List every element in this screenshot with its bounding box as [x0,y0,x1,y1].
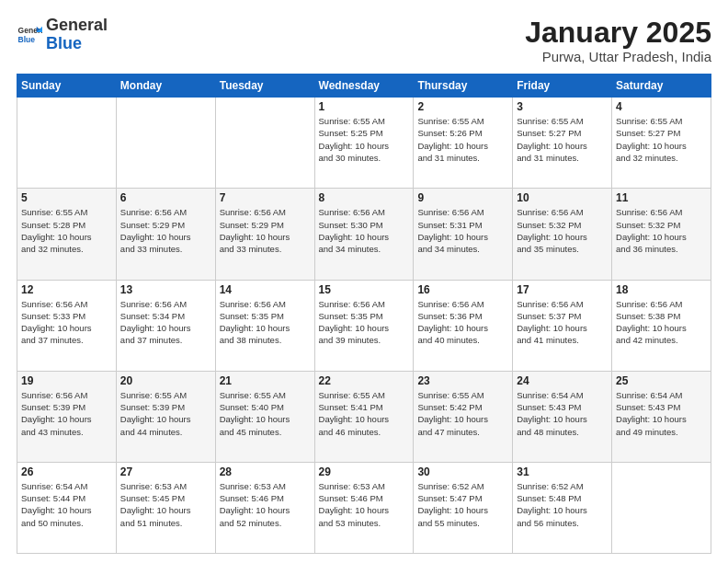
calendar-cell: 1Sunrise: 6:55 AM Sunset: 5:25 PM Daylig… [314,98,414,189]
day-info: Sunrise: 6:54 AM Sunset: 5:43 PM Dayligh… [616,389,707,438]
day-info: Sunrise: 6:55 AM Sunset: 5:42 PM Dayligh… [417,389,508,438]
page: General Blue General Blue January 2025 P… [0,0,728,563]
day-number: 25 [616,374,707,387]
calendar-cell: 24Sunrise: 6:54 AM Sunset: 5:43 PM Dayli… [513,371,612,462]
calendar-cell: 2Sunrise: 6:55 AM Sunset: 5:26 PM Daylig… [414,98,513,189]
calendar-cell [116,98,215,189]
day-number: 14 [220,283,311,296]
svg-text:Blue: Blue [18,35,36,44]
header: General Blue General Blue January 2025 P… [17,17,711,64]
day-info: Sunrise: 6:56 AM Sunset: 5:38 PM Dayligh… [616,298,707,347]
logo-general: General [46,16,108,34]
day-info: Sunrise: 6:56 AM Sunset: 5:30 PM Dayligh… [319,206,410,255]
day-number: 13 [120,283,211,296]
calendar-cell: 12Sunrise: 6:56 AM Sunset: 5:33 PM Dayli… [17,280,117,371]
day-info: Sunrise: 6:55 AM Sunset: 5:40 PM Dayligh… [220,389,311,438]
calendar-cell [612,462,711,553]
calendar-cell: 5Sunrise: 6:55 AM Sunset: 5:28 PM Daylig… [17,189,117,280]
calendar-cell: 21Sunrise: 6:55 AM Sunset: 5:40 PM Dayli… [215,371,314,462]
day-number: 4 [616,100,707,113]
weekday-header-thursday: Thursday [414,75,513,98]
weekday-header-tuesday: Tuesday [215,75,314,98]
day-number: 18 [616,283,707,296]
calendar-cell [17,98,117,189]
calendar-location: Purwa, Uttar Pradesh, India [525,49,711,64]
calendar-cell: 6Sunrise: 6:56 AM Sunset: 5:29 PM Daylig… [116,189,215,280]
day-info: Sunrise: 6:53 AM Sunset: 5:46 PM Dayligh… [220,480,311,529]
day-number: 1 [319,100,410,113]
day-number: 26 [21,465,112,478]
calendar-cell: 7Sunrise: 6:56 AM Sunset: 5:29 PM Daylig… [215,189,314,280]
calendar-cell: 31Sunrise: 6:52 AM Sunset: 5:48 PM Dayli… [513,462,612,553]
day-number: 20 [120,374,211,387]
day-info: Sunrise: 6:54 AM Sunset: 5:44 PM Dayligh… [21,480,112,529]
day-number: 5 [21,191,112,204]
weekday-header-wednesday: Wednesday [314,75,414,98]
calendar-cell: 28Sunrise: 6:53 AM Sunset: 5:46 PM Dayli… [215,462,314,553]
calendar-cell: 30Sunrise: 6:52 AM Sunset: 5:47 PM Dayli… [414,462,513,553]
calendar-cell: 16Sunrise: 6:56 AM Sunset: 5:36 PM Dayli… [414,280,513,371]
day-number: 21 [220,374,311,387]
day-info: Sunrise: 6:55 AM Sunset: 5:27 PM Dayligh… [517,115,608,164]
calendar-cell: 4Sunrise: 6:55 AM Sunset: 5:27 PM Daylig… [612,98,711,189]
week-row-5: 26Sunrise: 6:54 AM Sunset: 5:44 PM Dayli… [17,462,711,553]
calendar-cell: 23Sunrise: 6:55 AM Sunset: 5:42 PM Dayli… [414,371,513,462]
day-info: Sunrise: 6:56 AM Sunset: 5:35 PM Dayligh… [319,298,410,347]
day-number: 30 [417,465,508,478]
day-number: 2 [417,100,508,113]
logo: General Blue General Blue [17,17,108,53]
logo-text-block: General Blue [46,17,108,53]
calendar-cell: 13Sunrise: 6:56 AM Sunset: 5:34 PM Dayli… [116,280,215,371]
day-info: Sunrise: 6:56 AM Sunset: 5:29 PM Dayligh… [120,206,211,255]
weekday-header-monday: Monday [116,75,215,98]
calendar-title: January 2025 [525,17,711,49]
calendar-cell: 18Sunrise: 6:56 AM Sunset: 5:38 PM Dayli… [612,280,711,371]
calendar-cell: 26Sunrise: 6:54 AM Sunset: 5:44 PM Dayli… [17,462,117,553]
calendar-cell: 22Sunrise: 6:55 AM Sunset: 5:41 PM Dayli… [314,371,414,462]
weekday-header-row: SundayMondayTuesdayWednesdayThursdayFrid… [17,75,711,98]
day-number: 27 [120,465,211,478]
day-info: Sunrise: 6:56 AM Sunset: 5:31 PM Dayligh… [417,206,508,255]
day-info: Sunrise: 6:55 AM Sunset: 5:41 PM Dayligh… [319,389,410,438]
day-info: Sunrise: 6:56 AM Sunset: 5:39 PM Dayligh… [21,389,112,438]
day-info: Sunrise: 6:56 AM Sunset: 5:35 PM Dayligh… [220,298,311,347]
title-block: January 2025 Purwa, Uttar Pradesh, India [525,17,711,64]
calendar-table: SundayMondayTuesdayWednesdayThursdayFrid… [17,74,711,554]
calendar-cell: 29Sunrise: 6:53 AM Sunset: 5:46 PM Dayli… [314,462,414,553]
calendar-cell: 11Sunrise: 6:56 AM Sunset: 5:32 PM Dayli… [612,189,711,280]
calendar-cell: 10Sunrise: 6:56 AM Sunset: 5:32 PM Dayli… [513,189,612,280]
day-info: Sunrise: 6:56 AM Sunset: 5:29 PM Dayligh… [220,206,311,255]
day-number: 23 [417,374,508,387]
day-number: 6 [120,191,211,204]
day-info: Sunrise: 6:52 AM Sunset: 5:48 PM Dayligh… [517,480,608,529]
calendar-cell: 25Sunrise: 6:54 AM Sunset: 5:43 PM Dayli… [612,371,711,462]
day-info: Sunrise: 6:55 AM Sunset: 5:26 PM Dayligh… [417,115,508,164]
calendar-cell: 17Sunrise: 6:56 AM Sunset: 5:37 PM Dayli… [513,280,612,371]
day-number: 15 [319,283,410,296]
day-info: Sunrise: 6:55 AM Sunset: 5:39 PM Dayligh… [120,389,211,438]
day-number: 31 [517,465,608,478]
day-number: 11 [616,191,707,204]
day-info: Sunrise: 6:56 AM Sunset: 5:34 PM Dayligh… [120,298,211,347]
day-number: 12 [21,283,112,296]
day-number: 10 [517,191,608,204]
day-number: 24 [517,374,608,387]
day-number: 28 [220,465,311,478]
day-info: Sunrise: 6:53 AM Sunset: 5:46 PM Dayligh… [319,480,410,529]
day-number: 22 [319,374,410,387]
calendar-cell: 14Sunrise: 6:56 AM Sunset: 5:35 PM Dayli… [215,280,314,371]
day-number: 29 [319,465,410,478]
day-number: 16 [417,283,508,296]
calendar-cell: 20Sunrise: 6:55 AM Sunset: 5:39 PM Dayli… [116,371,215,462]
logo-blue: Blue [46,34,82,52]
calendar-cell: 15Sunrise: 6:56 AM Sunset: 5:35 PM Dayli… [314,280,414,371]
day-info: Sunrise: 6:55 AM Sunset: 5:27 PM Dayligh… [616,115,707,164]
day-number: 7 [220,191,311,204]
logo-icon: General Blue [17,22,42,48]
calendar-cell: 19Sunrise: 6:56 AM Sunset: 5:39 PM Dayli… [17,371,117,462]
day-info: Sunrise: 6:53 AM Sunset: 5:45 PM Dayligh… [120,480,211,529]
day-number: 19 [21,374,112,387]
week-row-3: 12Sunrise: 6:56 AM Sunset: 5:33 PM Dayli… [17,280,711,371]
day-number: 3 [517,100,608,113]
weekday-header-friday: Friday [513,75,612,98]
